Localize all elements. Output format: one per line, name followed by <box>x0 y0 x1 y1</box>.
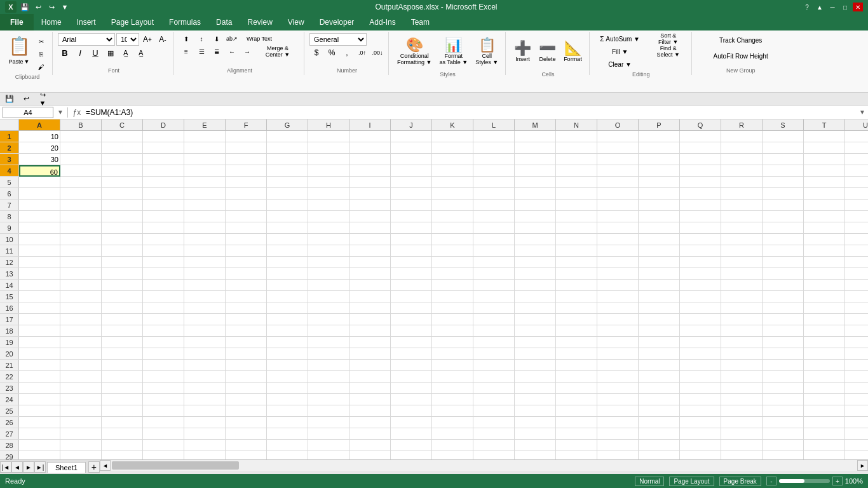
align-middle-button[interactable]: ↕ <box>194 33 208 44</box>
row-num-25[interactable]: 25 <box>0 405 19 416</box>
cell-i2[interactable] <box>349 142 391 154</box>
row-num-17[interactable]: 17 <box>0 314 19 325</box>
row-num-15[interactable]: 15 <box>0 291 19 302</box>
col-header-c[interactable]: C <box>102 119 143 130</box>
review-menu[interactable]: Review <box>240 14 280 30</box>
cell-e2[interactable] <box>184 142 226 154</box>
find-select-button[interactable]: Find &Select ▼ <box>649 46 688 57</box>
cell-s2[interactable] <box>763 142 804 154</box>
cell-f3[interactable] <box>226 154 267 165</box>
align-right-button[interactable]: ≣ <box>210 46 224 57</box>
cell-o3[interactable] <box>597 154 639 165</box>
normal-view-button[interactable]: Normal <box>635 477 664 486</box>
cell-t1[interactable] <box>804 131 845 142</box>
cell-m4[interactable] <box>515 165 556 177</box>
scroll-thumb[interactable] <box>112 461 239 470</box>
cell-l4[interactable] <box>473 165 515 177</box>
cell-m3[interactable] <box>515 154 556 165</box>
cell-s3[interactable] <box>763 154 804 165</box>
cell-c1[interactable] <box>102 131 143 142</box>
cell-h1[interactable] <box>308 131 349 142</box>
col-header-a[interactable]: A <box>19 119 60 130</box>
cell-p2[interactable] <box>639 142 680 154</box>
horizontal-scrollbar[interactable]: ◄ ► <box>100 460 868 471</box>
row-num-14[interactable]: 14 <box>0 280 19 290</box>
page-layout-view-button[interactable]: Page Layout <box>669 477 714 486</box>
sheet-nav-last[interactable]: ►| <box>34 461 46 473</box>
cell-a2[interactable]: 20 <box>19 142 60 154</box>
cell-n1[interactable] <box>556 131 597 142</box>
col-header-l[interactable]: L <box>473 119 515 130</box>
cell-g2[interactable] <box>267 142 308 154</box>
cell-g1[interactable] <box>267 131 308 142</box>
col-header-r[interactable]: R <box>721 119 763 130</box>
cell-i4[interactable] <box>349 165 391 177</box>
insert-button[interactable]: ➕ Insert <box>511 33 534 70</box>
comma-button[interactable]: , <box>340 47 354 58</box>
row-num-12[interactable]: 12 <box>0 257 19 268</box>
autosum-button[interactable]: Σ AutoSum ▼ <box>595 33 646 44</box>
customize-qa-button[interactable]: ▼ <box>59 1 71 13</box>
col-header-f[interactable]: F <box>226 119 267 130</box>
cell-p1[interactable] <box>639 131 680 142</box>
cell-i3[interactable] <box>349 154 391 165</box>
align-left-button[interactable]: ≡ <box>179 46 193 57</box>
copy-button[interactable]: ⎘ <box>34 48 48 60</box>
row-num-7[interactable]: 7 <box>0 200 19 210</box>
cell-styles-button[interactable]: 📋 CellStyles ▼ <box>472 33 501 70</box>
cell-r1[interactable] <box>721 131 763 142</box>
cell-k1[interactable] <box>432 131 473 142</box>
page-layout-menu[interactable]: Page Layout <box>104 14 161 30</box>
minimize-button[interactable]: ─ <box>827 3 837 11</box>
cell-o2[interactable] <box>597 142 639 154</box>
cell-a1[interactable]: 10 <box>19 131 60 142</box>
quick-redo-icon[interactable]: ↪ ▼ <box>36 93 50 105</box>
col-header-q[interactable]: Q <box>680 119 721 130</box>
scroll-left-button[interactable]: ◄ <box>100 460 111 471</box>
col-header-h[interactable]: H <box>308 119 349 130</box>
cell-j3[interactable] <box>391 154 432 165</box>
col-header-j[interactable]: J <box>391 119 432 130</box>
row-num-3[interactable]: 3 <box>0 154 19 165</box>
row-num-23[interactable]: 23 <box>0 383 19 393</box>
cell-d4[interactable] <box>143 165 184 177</box>
italic-button[interactable]: I <box>73 47 87 58</box>
conditional-formatting-button[interactable]: 🎨 ConditionalFormatting ▼ <box>394 33 435 70</box>
insert-menu[interactable]: Insert <box>69 14 104 30</box>
row-num-19[interactable]: 19 <box>0 337 19 348</box>
sheet-tab-sheet1[interactable]: Sheet1 <box>47 462 86 473</box>
undo-button[interactable]: ↩ <box>32 1 44 13</box>
home-menu[interactable]: Home <box>34 14 69 30</box>
row-num-2[interactable]: 2 <box>0 142 19 153</box>
cell-k2[interactable] <box>432 142 473 154</box>
row-num-1[interactable]: 1 <box>0 131 19 142</box>
cell-t2[interactable] <box>804 142 845 154</box>
cell-j4[interactable] <box>391 165 432 177</box>
decrease-decimal-button[interactable]: .00↓ <box>370 47 384 58</box>
cell-t4[interactable] <box>804 165 845 177</box>
quick-save-icon[interactable]: 💾 <box>3 93 17 105</box>
developer-menu[interactable]: Developer <box>312 14 362 30</box>
cell-e4[interactable] <box>184 165 226 177</box>
border-button[interactable]: ▦ <box>104 47 118 58</box>
cell-u1[interactable] <box>845 131 868 142</box>
view-menu[interactable]: View <box>280 14 312 30</box>
currency-button[interactable]: $ <box>309 47 323 58</box>
cell-f2[interactable] <box>226 142 267 154</box>
cell-j2[interactable] <box>391 142 432 154</box>
data-menu[interactable]: Data <box>208 14 240 30</box>
cell-q4[interactable] <box>680 165 721 177</box>
row-num-13[interactable]: 13 <box>0 268 19 279</box>
sort-filter-button[interactable]: Sort &Filter ▼ <box>649 33 688 44</box>
underline-button[interactable]: U <box>88 47 102 58</box>
number-format-select[interactable]: General <box>309 33 367 46</box>
cell-m2[interactable] <box>515 142 556 154</box>
row-num-8[interactable]: 8 <box>0 211 19 222</box>
cell-j1[interactable] <box>391 131 432 142</box>
col-header-i[interactable]: I <box>349 119 391 130</box>
col-header-t[interactable]: T <box>804 119 845 130</box>
col-header-u[interactable]: U <box>845 119 868 130</box>
row-num-28[interactable]: 28 <box>0 440 19 451</box>
align-bottom-button[interactable]: ⬇ <box>210 33 224 44</box>
name-box-expand[interactable]: ▼ <box>56 109 65 116</box>
